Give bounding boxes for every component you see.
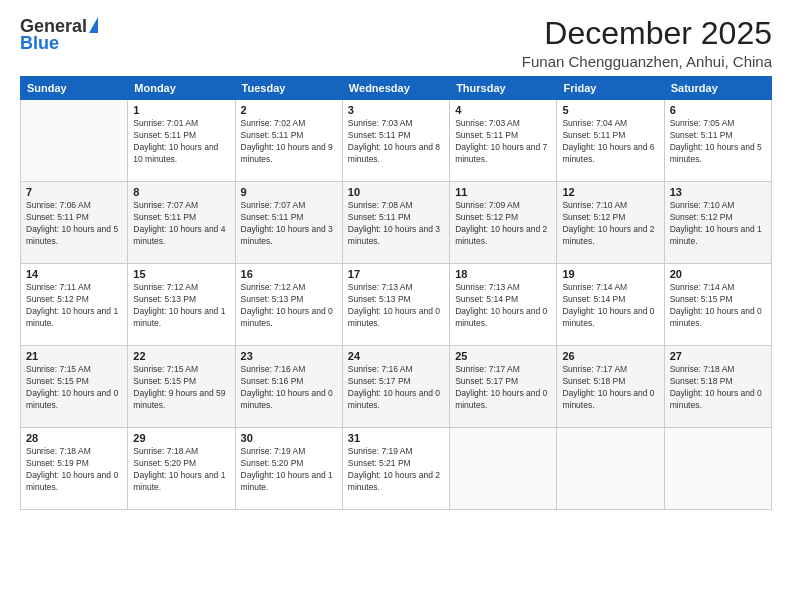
calendar-cell: 7Sunrise: 7:06 AM Sunset: 5:11 PM Daylig…	[21, 182, 128, 264]
day-number: 8	[133, 186, 229, 198]
logo: General Blue	[20, 16, 98, 54]
calendar-cell	[21, 100, 128, 182]
calendar-cell: 27Sunrise: 7:18 AM Sunset: 5:18 PM Dayli…	[664, 346, 771, 428]
day-number: 17	[348, 268, 444, 280]
day-number: 6	[670, 104, 766, 116]
day-number: 10	[348, 186, 444, 198]
calendar-week-2: 7Sunrise: 7:06 AM Sunset: 5:11 PM Daylig…	[21, 182, 772, 264]
day-info: Sunrise: 7:03 AM Sunset: 5:11 PM Dayligh…	[348, 118, 444, 166]
day-number: 7	[26, 186, 122, 198]
day-number: 3	[348, 104, 444, 116]
day-number: 13	[670, 186, 766, 198]
day-number: 15	[133, 268, 229, 280]
calendar-cell: 18Sunrise: 7:13 AM Sunset: 5:14 PM Dayli…	[450, 264, 557, 346]
month-title: December 2025	[522, 16, 772, 51]
weekday-header-tuesday: Tuesday	[235, 77, 342, 100]
calendar-cell: 6Sunrise: 7:05 AM Sunset: 5:11 PM Daylig…	[664, 100, 771, 182]
calendar-cell: 21Sunrise: 7:15 AM Sunset: 5:15 PM Dayli…	[21, 346, 128, 428]
day-number: 18	[455, 268, 551, 280]
day-number: 4	[455, 104, 551, 116]
calendar-cell: 5Sunrise: 7:04 AM Sunset: 5:11 PM Daylig…	[557, 100, 664, 182]
day-info: Sunrise: 7:13 AM Sunset: 5:14 PM Dayligh…	[455, 282, 551, 330]
day-number: 20	[670, 268, 766, 280]
day-info: Sunrise: 7:07 AM Sunset: 5:11 PM Dayligh…	[241, 200, 337, 248]
day-info: Sunrise: 7:08 AM Sunset: 5:11 PM Dayligh…	[348, 200, 444, 248]
day-info: Sunrise: 7:17 AM Sunset: 5:17 PM Dayligh…	[455, 364, 551, 412]
day-info: Sunrise: 7:03 AM Sunset: 5:11 PM Dayligh…	[455, 118, 551, 166]
day-info: Sunrise: 7:10 AM Sunset: 5:12 PM Dayligh…	[562, 200, 658, 248]
weekday-header-thursday: Thursday	[450, 77, 557, 100]
day-info: Sunrise: 7:18 AM Sunset: 5:19 PM Dayligh…	[26, 446, 122, 494]
calendar-cell	[557, 428, 664, 510]
calendar-week-4: 21Sunrise: 7:15 AM Sunset: 5:15 PM Dayli…	[21, 346, 772, 428]
calendar-cell: 3Sunrise: 7:03 AM Sunset: 5:11 PM Daylig…	[342, 100, 449, 182]
calendar-cell: 26Sunrise: 7:17 AM Sunset: 5:18 PM Dayli…	[557, 346, 664, 428]
day-info: Sunrise: 7:14 AM Sunset: 5:14 PM Dayligh…	[562, 282, 658, 330]
calendar-cell: 23Sunrise: 7:16 AM Sunset: 5:16 PM Dayli…	[235, 346, 342, 428]
day-info: Sunrise: 7:13 AM Sunset: 5:13 PM Dayligh…	[348, 282, 444, 330]
header: General Blue December 2025 Funan Chenggu…	[20, 16, 772, 70]
weekday-header-friday: Friday	[557, 77, 664, 100]
calendar-table: SundayMondayTuesdayWednesdayThursdayFrid…	[20, 76, 772, 510]
day-info: Sunrise: 7:09 AM Sunset: 5:12 PM Dayligh…	[455, 200, 551, 248]
calendar-cell: 11Sunrise: 7:09 AM Sunset: 5:12 PM Dayli…	[450, 182, 557, 264]
day-info: Sunrise: 7:18 AM Sunset: 5:20 PM Dayligh…	[133, 446, 229, 494]
day-number: 24	[348, 350, 444, 362]
day-info: Sunrise: 7:05 AM Sunset: 5:11 PM Dayligh…	[670, 118, 766, 166]
calendar-cell: 22Sunrise: 7:15 AM Sunset: 5:15 PM Dayli…	[128, 346, 235, 428]
calendar-cell: 28Sunrise: 7:18 AM Sunset: 5:19 PM Dayli…	[21, 428, 128, 510]
day-info: Sunrise: 7:12 AM Sunset: 5:13 PM Dayligh…	[133, 282, 229, 330]
day-number: 21	[26, 350, 122, 362]
calendar-cell	[664, 428, 771, 510]
day-info: Sunrise: 7:12 AM Sunset: 5:13 PM Dayligh…	[241, 282, 337, 330]
calendar-cell: 2Sunrise: 7:02 AM Sunset: 5:11 PM Daylig…	[235, 100, 342, 182]
day-number: 22	[133, 350, 229, 362]
day-info: Sunrise: 7:01 AM Sunset: 5:11 PM Dayligh…	[133, 118, 229, 166]
day-number: 12	[562, 186, 658, 198]
page: General Blue December 2025 Funan Chenggu…	[0, 0, 792, 612]
calendar-cell: 25Sunrise: 7:17 AM Sunset: 5:17 PM Dayli…	[450, 346, 557, 428]
calendar-header-row: SundayMondayTuesdayWednesdayThursdayFrid…	[21, 77, 772, 100]
calendar-week-3: 14Sunrise: 7:11 AM Sunset: 5:12 PM Dayli…	[21, 264, 772, 346]
weekday-header-saturday: Saturday	[664, 77, 771, 100]
day-number: 26	[562, 350, 658, 362]
calendar-cell	[450, 428, 557, 510]
day-number: 9	[241, 186, 337, 198]
day-number: 1	[133, 104, 229, 116]
day-number: 2	[241, 104, 337, 116]
day-number: 14	[26, 268, 122, 280]
calendar-cell: 17Sunrise: 7:13 AM Sunset: 5:13 PM Dayli…	[342, 264, 449, 346]
location-title: Funan Chengguanzhen, Anhui, China	[522, 53, 772, 70]
day-info: Sunrise: 7:15 AM Sunset: 5:15 PM Dayligh…	[26, 364, 122, 412]
day-number: 27	[670, 350, 766, 362]
day-number: 11	[455, 186, 551, 198]
title-block: December 2025 Funan Chengguanzhen, Anhui…	[522, 16, 772, 70]
day-number: 31	[348, 432, 444, 444]
day-info: Sunrise: 7:06 AM Sunset: 5:11 PM Dayligh…	[26, 200, 122, 248]
weekday-header-sunday: Sunday	[21, 77, 128, 100]
calendar-cell: 29Sunrise: 7:18 AM Sunset: 5:20 PM Dayli…	[128, 428, 235, 510]
day-info: Sunrise: 7:17 AM Sunset: 5:18 PM Dayligh…	[562, 364, 658, 412]
day-number: 25	[455, 350, 551, 362]
day-info: Sunrise: 7:18 AM Sunset: 5:18 PM Dayligh…	[670, 364, 766, 412]
calendar-cell: 24Sunrise: 7:16 AM Sunset: 5:17 PM Dayli…	[342, 346, 449, 428]
calendar-cell: 30Sunrise: 7:19 AM Sunset: 5:20 PM Dayli…	[235, 428, 342, 510]
day-info: Sunrise: 7:11 AM Sunset: 5:12 PM Dayligh…	[26, 282, 122, 330]
calendar-cell: 1Sunrise: 7:01 AM Sunset: 5:11 PM Daylig…	[128, 100, 235, 182]
day-info: Sunrise: 7:04 AM Sunset: 5:11 PM Dayligh…	[562, 118, 658, 166]
day-number: 5	[562, 104, 658, 116]
weekday-header-monday: Monday	[128, 77, 235, 100]
day-number: 23	[241, 350, 337, 362]
calendar-cell: 16Sunrise: 7:12 AM Sunset: 5:13 PM Dayli…	[235, 264, 342, 346]
day-info: Sunrise: 7:16 AM Sunset: 5:17 PM Dayligh…	[348, 364, 444, 412]
day-number: 28	[26, 432, 122, 444]
day-number: 29	[133, 432, 229, 444]
calendar-cell: 19Sunrise: 7:14 AM Sunset: 5:14 PM Dayli…	[557, 264, 664, 346]
calendar-cell: 31Sunrise: 7:19 AM Sunset: 5:21 PM Dayli…	[342, 428, 449, 510]
day-info: Sunrise: 7:02 AM Sunset: 5:11 PM Dayligh…	[241, 118, 337, 166]
day-number: 16	[241, 268, 337, 280]
calendar-cell: 8Sunrise: 7:07 AM Sunset: 5:11 PM Daylig…	[128, 182, 235, 264]
day-info: Sunrise: 7:15 AM Sunset: 5:15 PM Dayligh…	[133, 364, 229, 412]
calendar-week-5: 28Sunrise: 7:18 AM Sunset: 5:19 PM Dayli…	[21, 428, 772, 510]
calendar-cell: 9Sunrise: 7:07 AM Sunset: 5:11 PM Daylig…	[235, 182, 342, 264]
